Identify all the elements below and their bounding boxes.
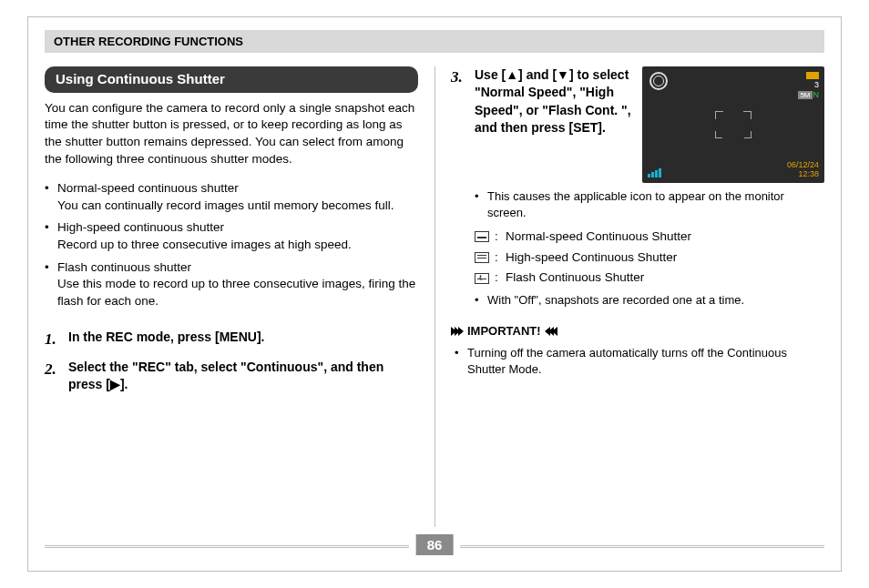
step-3-sub: • This causes the applicable icon to app… xyxy=(475,188,824,221)
step-number: 1. xyxy=(45,329,68,350)
lcd-quality: N xyxy=(813,90,820,99)
step-3-row: 3. Use [▲] and [▼] to select "Normal Spe… xyxy=(451,66,824,183)
footer-rule xyxy=(45,547,409,548)
important-label: IMPORTANT! xyxy=(462,323,547,340)
legend-label: Normal-speed Continuous Shutter xyxy=(506,228,824,246)
camera-lcd-preview: 3 5MN 06/12/24 12:38 xyxy=(642,66,824,183)
arrow-right-icon xyxy=(451,327,462,336)
bullet-dot: • xyxy=(45,219,57,237)
important-block: IMPORTANT! • Turning off the camera auto… xyxy=(451,323,824,378)
mode-icon-legend: : Normal-speed Continuous Shutter : High… xyxy=(475,228,824,287)
step-text: Use [▲] and [▼] to select "Normal Speed"… xyxy=(475,66,635,137)
footer-rule xyxy=(460,545,824,546)
legend-colon: : xyxy=(495,228,506,246)
bullet-dot: • xyxy=(455,345,467,378)
step-3-off-text: With "Off", snapshots are recorded one a… xyxy=(487,292,824,309)
battery-icon xyxy=(806,72,819,79)
bullet-desc: You can continually record images until … xyxy=(57,198,418,215)
bullet-dot: • xyxy=(475,188,487,221)
legend-row-high: : High-speed Continuous Shutter xyxy=(475,249,824,267)
section-title-text: Using Continuous Shutter xyxy=(56,71,225,86)
mode-descriptions: • Normal-speed continuous shutter You ca… xyxy=(45,180,418,309)
memory-bars-icon xyxy=(648,168,661,177)
arrow-left-icon xyxy=(547,327,557,336)
footer-rule xyxy=(460,547,824,548)
bullet-item: • High-speed continuous shutter xyxy=(45,219,418,237)
step-text: Select the "REC" tab, select "Continuous… xyxy=(68,359,418,394)
section-title: Using Continuous Shutter xyxy=(45,66,418,93)
flash-shutter-icon xyxy=(475,273,489,284)
lcd-shots-remaining: 3 xyxy=(798,80,819,90)
bullet-item: • Flash continuous shutter xyxy=(45,259,418,277)
footer-rule xyxy=(45,545,409,546)
bullet-dot: • xyxy=(45,180,57,198)
step-text: In the REC mode, press [MENU]. xyxy=(68,329,418,350)
bullet-name: Normal-speed continuous shutter xyxy=(57,180,418,198)
step-3: 3. Use [▲] and [▼] to select "Normal Spe… xyxy=(451,66,635,137)
step-2: 2. Select the "REC" tab, select "Continu… xyxy=(45,359,418,394)
step-3-off-note: • With "Off", snapshots are recorded one… xyxy=(475,292,824,309)
bullet-name: High-speed continuous shutter xyxy=(57,219,418,237)
step-1: 1. In the REC mode, press [MENU]. xyxy=(45,329,418,350)
bullet-desc: Use this mode to record up to three cons… xyxy=(57,276,418,309)
legend-label: High-speed Continuous Shutter xyxy=(506,249,824,267)
column-divider xyxy=(434,66,435,527)
bullet-desc: Record up to three consecutive images at… xyxy=(57,237,418,254)
legend-row-flash: : Flash Continuous Shutter xyxy=(475,269,824,287)
bullet-name: Flash continuous shutter xyxy=(57,259,418,277)
step-number: 3. xyxy=(451,66,475,137)
important-item: • Turning off the camera automatically t… xyxy=(455,345,824,378)
intro-paragraph: You can configure the camera to record o… xyxy=(45,100,418,168)
bullet-dot: • xyxy=(45,259,57,277)
legend-colon: : xyxy=(495,269,506,287)
content-area: Using Continuous Shutter You can configu… xyxy=(45,66,824,527)
bullet-dot: • xyxy=(475,292,487,309)
lcd-resolution-badge: 5M xyxy=(798,91,812,100)
legend-row-normal: : Normal-speed Continuous Shutter xyxy=(475,228,824,246)
mode-dial-icon xyxy=(649,72,668,90)
step-3-text-block: 3. Use [▲] and [▼] to select "Normal Spe… xyxy=(451,66,642,183)
legend-label: Flash Continuous Shutter xyxy=(506,269,824,287)
focus-brackets-icon xyxy=(715,111,751,138)
normal-shutter-icon xyxy=(475,231,489,242)
manual-page: OTHER RECORDING FUNCTIONS Using Continuo… xyxy=(27,16,842,572)
step-3-sub-text: This causes the applicable icon to appea… xyxy=(487,188,824,221)
important-text: Turning off the camera automatically tur… xyxy=(467,345,824,378)
important-heading: IMPORTANT! xyxy=(451,323,824,340)
bullet-item: • Normal-speed continuous shutter xyxy=(45,180,418,198)
chapter-header: OTHER RECORDING FUNCTIONS xyxy=(45,30,824,53)
left-column: Using Continuous Shutter You can configu… xyxy=(45,66,418,403)
high-speed-shutter-icon xyxy=(475,252,489,263)
lcd-bottom-right: 06/12/24 12:38 xyxy=(787,161,819,179)
lcd-top-right: 3 5MN xyxy=(798,70,819,99)
lcd-bottom-left xyxy=(648,168,661,177)
chapter-header-text: OTHER RECORDING FUNCTIONS xyxy=(54,35,243,48)
page-number: 86 xyxy=(416,534,454,555)
lcd-time: 12:38 xyxy=(787,170,819,179)
right-column: 3. Use [▲] and [▼] to select "Normal Spe… xyxy=(451,66,824,381)
legend-colon: : xyxy=(495,249,506,267)
step-number: 2. xyxy=(45,359,68,394)
page-footer: 86 xyxy=(45,534,824,560)
